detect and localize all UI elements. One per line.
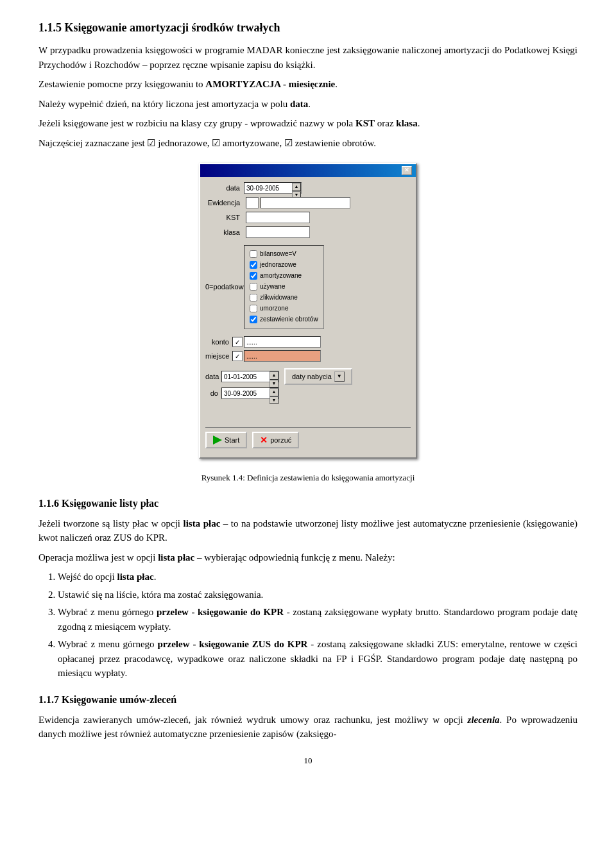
section-116-list: Wejść do opcji lista płac. Ustawić się n…: [38, 570, 578, 681]
ewidencja-row: Ewidencja: [205, 197, 411, 208]
start-icon: [213, 436, 222, 445]
kst-row: KST: [205, 212, 411, 223]
checkbox-umorzone-label: umorzone: [260, 303, 288, 313]
cancel-label: porzuć: [270, 435, 291, 446]
data-to-spin-up[interactable]: ▲: [270, 388, 278, 396]
daty-nabycia-dropdown[interactable]: ▼: [334, 371, 345, 382]
data-to-spin-down[interactable]: ▼: [270, 396, 278, 405]
dialog-button-row: Start ✕ porzuć: [205, 427, 411, 452]
kst-input[interactable]: [246, 212, 310, 223]
konto-label: konto: [205, 337, 232, 348]
konto-value: ......: [246, 337, 257, 347]
list-item-1: Wejść do opcji lista płac.: [58, 570, 578, 584]
section-115-para4: Jeżeli księgowane jest w rozbiciu na kla…: [38, 116, 578, 131]
checkbox-bilansowe: bilansowe=V: [250, 249, 318, 259]
section-117-para1: Ewidencja zawieranych umów-zleceń, jak r…: [38, 713, 578, 742]
przelew-zus-bold: przelew - księgowanie ZUS do KPR: [158, 639, 308, 649]
date-value: 30-09-2005: [244, 183, 292, 193]
konto-field[interactable]: ......: [244, 336, 321, 348]
checkbox-group: bilansowe=V jednorazowe amortyzowane uży…: [244, 245, 324, 329]
dialog-figure: ✕ data 30-09-2005 ▲ ▼ Ewidencja: [38, 163, 578, 459]
daty-nabycia-button[interactable]: daty nabycia ▼: [284, 368, 352, 385]
miejsce-field[interactable]: ......: [244, 350, 321, 362]
data-from-spin-up[interactable]: ▲: [270, 371, 278, 380]
checkbox-zestawienie-input[interactable]: [250, 316, 257, 323]
dialog-body: data 30-09-2005 ▲ ▼ Ewidencja KST: [200, 177, 416, 457]
przelew-kpr-bold: przelew - księgowanie do KPR: [157, 607, 284, 617]
data-to-input[interactable]: 30-09-2005 ▲ ▼: [221, 387, 279, 399]
dialog-titlebar: ✕: [200, 164, 416, 177]
data-from-row: data 01-01-2005 ▲ ▼ daty nabycia ▼: [205, 368, 411, 385]
date-row: data 30-09-2005 ▲ ▼: [205, 182, 411, 194]
data-to-row: do 30-09-2005 ▲ ▼: [205, 387, 411, 399]
cancel-button[interactable]: ✕ porzuć: [252, 432, 299, 448]
data-from-value: 01-01-2005: [222, 371, 270, 382]
klasa-input[interactable]: [246, 226, 310, 238]
zlecenia-bold: zlecenia: [468, 715, 500, 725]
ewidencja-label: Ewidencja: [205, 198, 244, 208]
checkbox-umorzone: umorzone: [250, 303, 318, 313]
checkbox-uzywane: używane: [250, 282, 318, 291]
section-115-para2: Zestawienie pomocne przy księgowaniu to …: [38, 77, 578, 92]
start-button[interactable]: Start: [205, 432, 247, 448]
konto-combo[interactable]: ✓ ......: [232, 336, 321, 348]
miejsce-label: miejsce: [205, 351, 232, 362]
klasa-label: klasa: [205, 227, 244, 238]
section-115-para5: Najczęściej zaznaczane jest ☑ jednorazow…: [38, 136, 578, 151]
date-input[interactable]: 30-09-2005 ▲ ▼: [244, 182, 302, 194]
data-to-spinner[interactable]: ▲ ▼: [270, 388, 278, 398]
checkbox-uzywane-input[interactable]: [250, 283, 257, 291]
data-to-label: do: [205, 388, 221, 399]
checkbox-zestawienie: zestawienie obrotów: [250, 314, 318, 324]
lista-plac-bold-item1: lista płac: [117, 572, 154, 582]
section-117-heading: 1.1.7 Księgowanie umów-zleceń: [38, 692, 578, 708]
data-from-input[interactable]: 01-01-2005 ▲ ▼: [221, 371, 279, 382]
section-116-para1: Jeżeli tworzone są listy płac w opcji li…: [38, 516, 578, 545]
checkbox-umorzone-input[interactable]: [250, 305, 257, 312]
section-115-heading: 1.1.5 Księgowanie amortyzacji środków tr…: [38, 19, 578, 37]
kst-label: KST: [205, 212, 244, 223]
date-spinner[interactable]: ▲ ▼: [292, 183, 301, 193]
checkbox-amortyzowane-label: amortyzowane: [260, 271, 302, 280]
klasa-row: klasa: [205, 226, 411, 238]
miejsce-check[interactable]: ✓: [232, 351, 243, 361]
checkbox-zlikwidowane-label: zlikwidowane: [260, 293, 298, 302]
checkbox-amortyzowane: amortyzowane: [250, 271, 318, 280]
data-from-label: data: [205, 371, 221, 382]
section-115-para3: Należy wypełnić dzień, na który liczona …: [38, 97, 578, 112]
list-item-2: Ustawić się na liście, która ma zostać z…: [58, 588, 578, 602]
date-spin-up[interactable]: ▲: [292, 183, 301, 191]
lista-plac-bold2: lista płac: [158, 552, 194, 563]
ewidencja-field[interactable]: [261, 197, 350, 208]
dialog-title-buttons: ✕: [402, 166, 412, 175]
ewidencja-small-field[interactable]: [246, 197, 259, 208]
cancel-icon: ✕: [260, 434, 268, 447]
list-item-3: Wybrać z menu górnego przelew - księgowa…: [58, 605, 578, 634]
data-from-spin-down[interactable]: ▼: [270, 380, 278, 388]
checkbox-zlikwidowane: zlikwidowane: [250, 293, 318, 302]
checkbox-jednorazowe-input[interactable]: [250, 261, 257, 269]
section-115-para1: W przypadku prowadzenia księgowości w pr…: [38, 43, 578, 72]
checkbox-bilansowe-label: bilansowe=V: [260, 249, 296, 259]
miejsce-row: miejsce ✓ ......: [205, 350, 411, 362]
konto-check[interactable]: ✓: [232, 337, 243, 347]
data-from-spinner[interactable]: ▲ ▼: [270, 371, 278, 382]
miejsce-combo[interactable]: ✓ ......: [232, 350, 321, 362]
checkbox-amortyzowane-input[interactable]: [250, 272, 257, 280]
checkbox-group-row: 0=podatkowe bilansowe=V jednorazowe amor…: [205, 241, 411, 333]
checkbox-group-label: 0=podatkowe: [205, 282, 244, 293]
miejsce-value: ......: [246, 352, 257, 361]
date-label: data: [205, 183, 244, 194]
daty-nabycia-label: daty nabycia: [292, 371, 332, 382]
section-116-para2: Operacja możliwa jest w opcji lista płac…: [38, 550, 578, 565]
checkbox-zestawienie-label: zestawienie obrotów: [260, 314, 318, 324]
konto-row: konto ✓ ......: [205, 336, 411, 348]
section-116-heading: 1.1.6 Księgowanie listy płac: [38, 496, 578, 511]
checkbox-bilansowe-input[interactable]: [250, 250, 257, 258]
figure-caption: Rysunek 1.4: Definicja zestawienia do ks…: [38, 471, 578, 484]
checkbox-uzywane-label: używane: [260, 282, 285, 291]
checkbox-jednorazowe: jednorazowe: [250, 260, 318, 269]
start-label: Start: [225, 435, 239, 446]
dialog-close-button[interactable]: ✕: [402, 166, 412, 175]
checkbox-zlikwidowane-input[interactable]: [250, 294, 257, 301]
